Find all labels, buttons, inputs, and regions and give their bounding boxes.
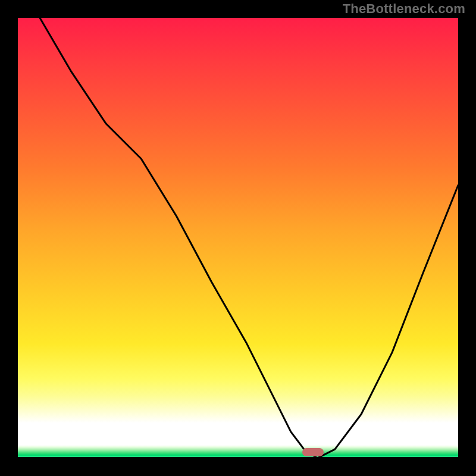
optimal-point-marker <box>302 448 324 456</box>
chart-frame: TheBottleneck.com <box>0 0 476 476</box>
watermark-text: TheBottleneck.com <box>343 1 465 17</box>
plot-area <box>18 18 458 458</box>
bottleneck-curve-line <box>18 18 458 458</box>
x-axis-baseline <box>18 457 458 458</box>
